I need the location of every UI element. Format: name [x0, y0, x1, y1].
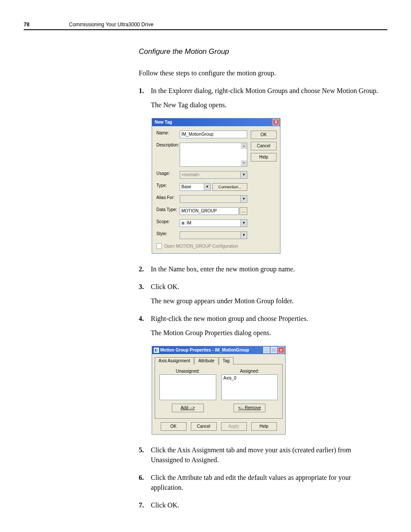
- dialog-titlebar[interactable]: ◧ Motion Group Properties - IM_MotionGro…: [152, 346, 285, 354]
- step-number: 3.: [139, 282, 151, 306]
- dialog-title: Motion Group Properties - IM_MotionGroup: [159, 348, 263, 352]
- maximize-icon[interactable]: □: [271, 347, 277, 353]
- name-field[interactable]: IM_MotionGroup: [180, 131, 247, 138]
- cancel-button[interactable]: Cancel: [251, 142, 277, 150]
- caret-down-icon[interactable]: ▼: [241, 160, 247, 166]
- data-type-field[interactable]: MOTION_GROUP: [180, 207, 239, 215]
- add-button[interactable]: Add -->: [172, 404, 204, 412]
- ok-button[interactable]: OK: [161, 422, 187, 431]
- connection-button: Connection...: [212, 183, 247, 191]
- assigned-label: Assigned:: [221, 369, 278, 373]
- alias-for-dropdown: ▼: [180, 195, 247, 203]
- intro-paragraph: Follow these steps to configure the moti…: [139, 68, 380, 78]
- step-text: In the Explorer dialog, right-click Moti…: [151, 87, 378, 94]
- description-field[interactable]: ▲ ▼: [180, 143, 247, 167]
- help-button[interactable]: Help: [251, 422, 277, 431]
- tab-tag[interactable]: Tag: [219, 357, 234, 364]
- tab-attribute[interactable]: Attribute: [194, 357, 218, 364]
- step-number: 6.: [139, 473, 151, 492]
- chevron-down-icon: ▼: [240, 196, 247, 202]
- open-config-checkbox[interactable]: [156, 243, 162, 249]
- chapter-title: Commissioning Your Ultra3000 Drive: [69, 22, 153, 28]
- assigned-list[interactable]: Axis_0: [221, 374, 278, 400]
- style-dropdown: ▼: [180, 231, 247, 239]
- page-header: 78 Commissioning Your Ultra3000 Drive: [24, 22, 387, 30]
- dialog-titlebar[interactable]: New Tag X: [152, 118, 280, 126]
- chevron-down-icon: ▼: [240, 232, 247, 239]
- style-label: Style:: [156, 231, 180, 236]
- step-text: Click OK.: [151, 501, 179, 509]
- page-number: 78: [24, 22, 69, 28]
- step-text: Click OK.: [151, 283, 179, 290]
- controller-icon: 🗎: [181, 221, 185, 225]
- dialog-title: New Tag: [155, 120, 172, 124]
- motion-group-properties-dialog: ◧ Motion Group Properties - IM_MotionGro…: [152, 346, 286, 435]
- name-label: Name:: [156, 131, 180, 135]
- type-label: Type:: [156, 183, 180, 188]
- usage-dropdown: <normal> ▼: [180, 171, 247, 179]
- list-item[interactable]: Axis_0: [224, 376, 237, 380]
- checkbox-label: Open MOTION_GROUP Configuration: [164, 244, 238, 249]
- unassigned-list[interactable]: [159, 374, 216, 400]
- type-dropdown[interactable]: Base ▼: [180, 183, 211, 191]
- step-number: 4.: [139, 314, 151, 338]
- close-icon[interactable]: X: [273, 119, 279, 125]
- chevron-down-icon: ▼: [240, 171, 247, 178]
- step-number: 1.: [139, 86, 151, 110]
- browse-button[interactable]: ...: [240, 207, 247, 215]
- minimize-icon[interactable]: _: [263, 347, 270, 353]
- remove-button[interactable]: <-- Remove: [234, 404, 265, 412]
- ok-button[interactable]: OK: [251, 131, 277, 139]
- cancel-button[interactable]: Cancel: [191, 422, 217, 431]
- step-subtext: The New Tag dialog opens.: [151, 100, 380, 110]
- step-text: Click the Axis Assignment tab and move y…: [151, 446, 351, 464]
- chevron-down-icon[interactable]: ▼: [240, 220, 247, 227]
- step-text: In the Name box, enter the new motion gr…: [151, 265, 295, 273]
- step-number: 2.: [139, 264, 151, 274]
- section-title: Configure the Motion Group: [139, 47, 380, 56]
- description-label: Description:: [156, 143, 180, 147]
- chevron-down-icon[interactable]: ▼: [204, 184, 210, 190]
- apply-button: Apply: [221, 422, 247, 431]
- step-text: Click the Attribute tab and edit the def…: [151, 474, 351, 491]
- close-icon[interactable]: X: [278, 347, 284, 353]
- caret-up-icon[interactable]: ▲: [241, 143, 247, 149]
- tab-axis-assignment[interactable]: Axis Assignment: [155, 357, 194, 364]
- scope-label: Scope:: [156, 219, 180, 224]
- new-tag-dialog: New Tag X Name: IM_MotionGroup Descripti…: [152, 118, 280, 254]
- step-text: Right-click the new motion group and cho…: [151, 315, 308, 322]
- step-number: 5.: [139, 445, 151, 465]
- alias-for-label: Alias For:: [156, 195, 180, 200]
- app-icon: ◧: [154, 348, 159, 353]
- step-subtext: The Motion Group Properties dialog opens…: [151, 328, 380, 338]
- help-button[interactable]: Help: [251, 153, 277, 162]
- usage-label: Usage:: [156, 171, 180, 176]
- unassigned-label: Unassigned:: [159, 369, 216, 373]
- scope-dropdown[interactable]: 🗎IM ▼: [180, 219, 247, 227]
- step-number: 7.: [139, 500, 151, 510]
- data-type-label: Data Type:: [156, 207, 180, 212]
- step-subtext: The new group appears under Motion Group…: [151, 296, 380, 306]
